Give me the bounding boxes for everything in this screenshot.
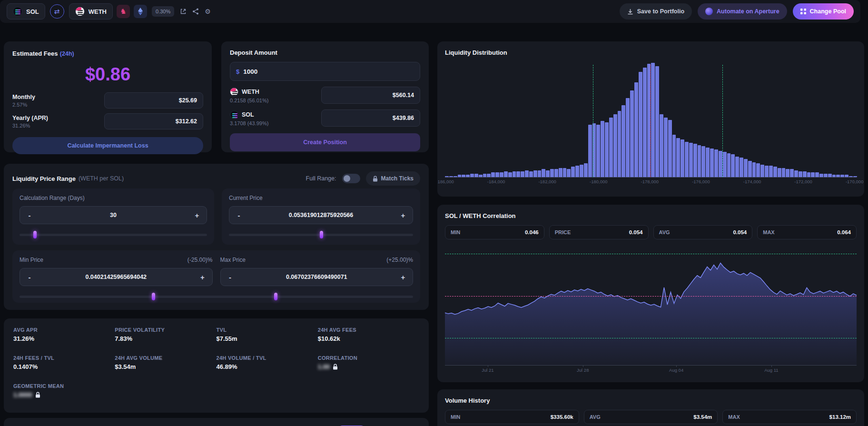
save-to-portfolio-button[interactable]: Save to Portfolio bbox=[620, 3, 692, 20]
stat-geometric-mean-locked: GEOMETRIC MEAN 1.0000 bbox=[13, 383, 115, 398]
token-a-selector[interactable]: SOL bbox=[7, 3, 45, 20]
deposit-amount-field[interactable]: $ bbox=[230, 62, 420, 81]
liquidity-price-range-card: Liquidity Price Range (WETH per SOL) Ful… bbox=[4, 164, 429, 310]
calculate-impermanent-loss-button[interactable]: Calculate Impermanent Loss bbox=[12, 137, 203, 154]
lock-icon[interactable] bbox=[35, 392, 40, 398]
increment-button[interactable]: + bbox=[399, 211, 407, 219]
sol-token-icon bbox=[230, 110, 238, 119]
stat-correlation-locked: CORRELATION 1.00 bbox=[318, 355, 419, 370]
uniswap-icon: ♞ bbox=[120, 7, 126, 16]
current-price-label: Current Price bbox=[229, 195, 413, 201]
sol-deposit-value[interactable]: $439.86 bbox=[321, 109, 420, 127]
automate-on-aperture-button[interactable]: Automate on Aperture bbox=[698, 3, 787, 20]
deposit-token-detail: 0.2158 (56.01%) bbox=[230, 98, 268, 103]
liquidity-x-axis: -186,000-184,000-182,000-180,000-178,000… bbox=[445, 177, 857, 185]
increment-button[interactable]: + bbox=[199, 273, 207, 281]
decrement-button[interactable]: - bbox=[235, 211, 243, 219]
volume-max-box: MAX$13.12m bbox=[722, 410, 857, 424]
min-slider-handle[interactable] bbox=[152, 293, 155, 300]
current-price-stepper: - 0.053619012875920566 + bbox=[229, 206, 413, 224]
max-price-pct: (+25.00)% bbox=[386, 257, 413, 263]
yearly-label: Yearly (APR) bbox=[12, 115, 48, 121]
slider-handle[interactable] bbox=[33, 231, 37, 238]
max-price-marker bbox=[722, 65, 723, 177]
create-position-button[interactable]: Create Position bbox=[230, 133, 420, 151]
monthly-fees-value: $25.69 bbox=[104, 92, 203, 109]
max-slider-handle[interactable] bbox=[274, 293, 277, 300]
increment-button[interactable]: + bbox=[399, 273, 407, 281]
min-max-price-panel: Min Price (-25.00)% - 0.0402142596569404… bbox=[12, 250, 420, 303]
correlation-card: SOL / WETH Correlation MIN0.046 PRICE0.0… bbox=[437, 205, 864, 382]
settings-gear-icon[interactable]: ⚙ bbox=[205, 8, 211, 15]
stat-avg-apr: AVG APR31.26% bbox=[13, 327, 115, 342]
monthly-pct: 2.57% bbox=[12, 102, 35, 108]
stat-tvl: TVL$7.55m bbox=[217, 327, 318, 342]
swap-tokens-button[interactable]: ⇄ bbox=[50, 4, 64, 19]
price-range-subtitle: (WETH per SOL) bbox=[79, 175, 124, 182]
lock-icon bbox=[373, 176, 378, 182]
ethereum-icon bbox=[138, 8, 143, 15]
weth-deposit-value[interactable]: $560.14 bbox=[321, 87, 420, 104]
lock-icon[interactable] bbox=[333, 364, 338, 370]
share-icon[interactable] bbox=[192, 8, 199, 15]
deposit-token-symbol: WETH bbox=[242, 89, 259, 95]
weth-token-icon bbox=[75, 7, 85, 16]
change-pool-button[interactable]: Change Pool bbox=[793, 3, 854, 20]
current-price-panel: Current Price - 0.053619012875920566 + bbox=[222, 188, 420, 245]
price-history-x-axis: Jul 21Jul 28Aug 04Aug 11 bbox=[445, 365, 857, 374]
min-price-value[interactable]: 0.04021425965694042 bbox=[33, 274, 199, 280]
correlation-title: SOL / WETH Correlation bbox=[445, 212, 857, 219]
uniswap-protocol-badge[interactable]: ♞ bbox=[117, 5, 130, 18]
slider-handle[interactable] bbox=[320, 231, 323, 238]
match-ticks-button[interactable]: Match Ticks bbox=[366, 171, 420, 186]
pool-stats-card: AVG APR31.26% PRICE VOLATILITY7.83% TVL$… bbox=[4, 318, 429, 413]
stat-24h-volume-tvl: 24H VOLUME / TVL46.89% bbox=[217, 355, 318, 370]
min-price-guide bbox=[445, 338, 857, 338]
ethereum-chain-badge[interactable] bbox=[134, 5, 147, 18]
position-breakdown-card: Position Breakdown Chart Table Positions bbox=[4, 418, 429, 426]
blurred-value: 1.0000 bbox=[13, 391, 32, 398]
liquidity-distribution-card: Liquidity Distribution -186,000-184,000-… bbox=[437, 41, 864, 197]
min-price-marker bbox=[593, 65, 593, 177]
calculation-range-panel: Calculation Range (Days) - 30 + bbox=[12, 188, 214, 245]
decrement-button[interactable]: - bbox=[26, 211, 33, 219]
download-icon bbox=[627, 9, 633, 15]
deposit-amount-input[interactable] bbox=[243, 68, 414, 75]
volume-min-box: MIN$335.60k bbox=[445, 410, 579, 424]
price-range-title: Liquidity Price Range bbox=[12, 175, 76, 182]
price-area-chart bbox=[445, 246, 857, 365]
calc-range-slider[interactable] bbox=[20, 234, 207, 236]
min-price-stepper: - 0.04021425965694042 + bbox=[20, 268, 213, 286]
volume-history-title: Volume History bbox=[445, 397, 857, 404]
correlation-price-box: PRICE0.054 bbox=[549, 225, 649, 239]
stat-price-volatility: PRICE VOLATILITY7.83% bbox=[115, 327, 216, 342]
weth-token-icon bbox=[230, 88, 238, 96]
price-range-slider[interactable] bbox=[20, 296, 413, 298]
decrement-button[interactable]: - bbox=[26, 273, 33, 281]
max-price-guide bbox=[445, 254, 857, 254]
liquidity-pool-app: SOL ⇄ WETH ♞ 0.30% bbox=[0, 0, 868, 426]
fees-period: (24h) bbox=[60, 50, 74, 57]
full-range-toggle[interactable] bbox=[342, 174, 360, 183]
token-b-selector[interactable]: WETH bbox=[69, 3, 113, 20]
decrement-button[interactable]: - bbox=[227, 273, 234, 281]
calc-range-label: Calculation Range (Days) bbox=[20, 195, 207, 201]
external-link-icon[interactable] bbox=[180, 8, 187, 15]
calc-range-value[interactable]: 30 bbox=[33, 212, 193, 218]
stat-24h-fees-tvl: 24H FEES / TVL0.1407% bbox=[13, 355, 115, 370]
current-price-value[interactable]: 0.053619012875920566 bbox=[243, 212, 399, 218]
current-price-slider[interactable] bbox=[229, 234, 413, 236]
deposit-token-symbol: SOL bbox=[242, 111, 254, 118]
token-a-label: SOL bbox=[26, 8, 39, 15]
stat-24h-avg-volume: 24H AVG VOLUME$3.54m bbox=[115, 355, 216, 370]
deposit-title: Deposit Amount bbox=[230, 49, 420, 56]
max-price-value[interactable]: 0.06702376609490071 bbox=[234, 274, 400, 280]
topbar: SOL ⇄ WETH ♞ 0.30% bbox=[0, 0, 860, 23]
price-history-chart[interactable] bbox=[445, 246, 857, 365]
min-price-label: Min Price bbox=[20, 257, 43, 263]
liquidity-distribution-chart[interactable] bbox=[445, 63, 857, 177]
correlation-min-box: MIN0.046 bbox=[445, 225, 544, 239]
increment-button[interactable]: + bbox=[193, 211, 201, 219]
full-range-label: Full Range: bbox=[306, 175, 336, 182]
correlation-stats: MIN0.046 PRICE0.054 AVG0.054 MAX0.064 bbox=[445, 225, 857, 239]
